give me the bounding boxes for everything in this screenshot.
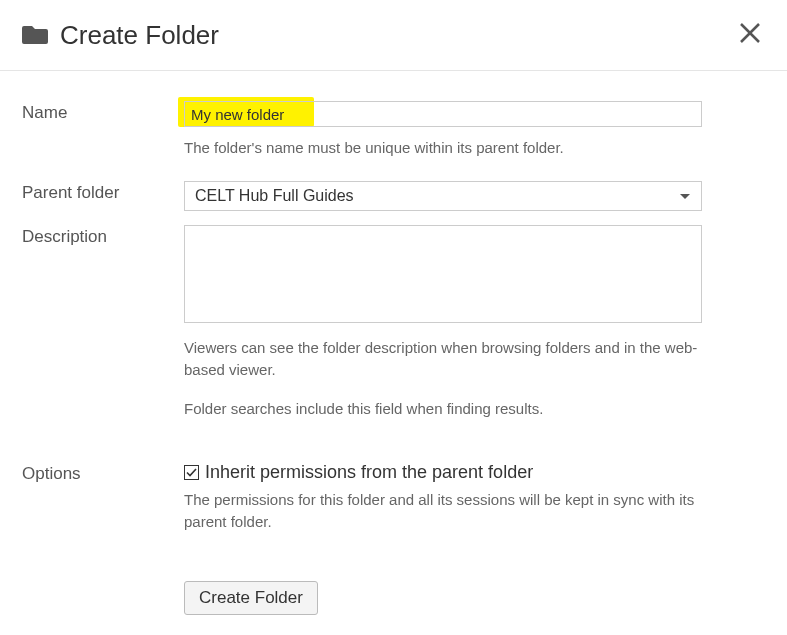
dialog-title: Create Folder xyxy=(60,20,219,51)
parent-folder-select[interactable]: CELT Hub Full Guides xyxy=(184,181,702,211)
close-icon xyxy=(739,22,761,44)
submit-row: Create Folder xyxy=(184,581,724,615)
checkmark-icon xyxy=(186,467,197,478)
options-field-col: Inherit permissions from the parent fold… xyxy=(184,462,724,615)
parent-field-col: CELT Hub Full Guides xyxy=(184,181,702,211)
description-label: Description xyxy=(22,225,184,247)
description-helper-1: Viewers can see the folder description w… xyxy=(184,337,702,381)
name-label: Name xyxy=(22,101,184,123)
description-textarea[interactable] xyxy=(184,225,702,323)
parent-row: Parent folder CELT Hub Full Guides xyxy=(22,181,765,211)
create-folder-button[interactable]: Create Folder xyxy=(184,581,318,615)
chevron-down-icon xyxy=(679,187,691,205)
parent-selected-value: CELT Hub Full Guides xyxy=(195,187,354,205)
options-row: Options Inherit permissions from the par… xyxy=(22,462,765,615)
description-field-col: Viewers can see the folder description w… xyxy=(184,225,702,420)
inherit-helper: The permissions for this folder and all … xyxy=(184,489,724,533)
folder-icon xyxy=(22,24,48,46)
header-left: Create Folder xyxy=(22,20,219,51)
inherit-checkbox-label: Inherit permissions from the parent fold… xyxy=(205,462,533,483)
name-input[interactable] xyxy=(184,101,702,127)
name-field-col: The folder's name must be unique within … xyxy=(184,101,702,159)
form-body: Name The folder's name must be unique wi… xyxy=(0,71,787,635)
dialog-header: Create Folder xyxy=(0,0,787,71)
name-row: Name The folder's name must be unique wi… xyxy=(22,101,765,159)
inherit-checkbox-line: Inherit permissions from the parent fold… xyxy=(184,462,724,483)
parent-label: Parent folder xyxy=(22,181,184,203)
description-row: Description Viewers can see the folder d… xyxy=(22,225,765,420)
options-label: Options xyxy=(22,462,184,484)
inherit-checkbox[interactable] xyxy=(184,465,199,480)
description-helper-2: Folder searches include this field when … xyxy=(184,398,702,420)
close-button[interactable] xyxy=(735,18,765,52)
name-helper: The folder's name must be unique within … xyxy=(184,137,702,159)
